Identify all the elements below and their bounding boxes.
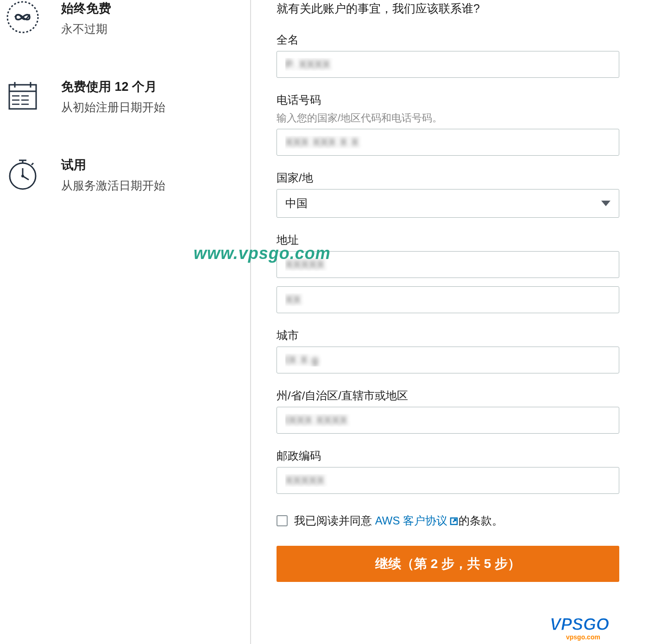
city-label: 城市 [277, 328, 619, 343]
address-line1-input[interactable] [277, 251, 619, 278]
agreement-checkbox[interactable] [277, 515, 288, 526]
phone-hint: 输入您的国家/地区代码和电话号码。 [277, 111, 619, 125]
continue-button[interactable]: 继续（第 2 步，共 5 步） [277, 546, 619, 582]
feature-trial: 试用 从服务激活日期开始 [6, 157, 250, 193]
state-label: 州/省/自治区/直辖市或地区 [277, 388, 619, 403]
chevron-down-icon [601, 201, 610, 206]
feature-title: 始终免费 [61, 0, 111, 17]
country-label: 国家/地 [277, 170, 619, 185]
feature-desc: 从服务激活日期开始 [61, 178, 165, 193]
city-input[interactable] [277, 347, 619, 373]
feature-title: 免费使用 12 个月 [61, 78, 165, 95]
infinity-icon [6, 0, 40, 34]
stopwatch-icon [6, 157, 40, 191]
feature-always-free: 始终免费 永不过期 [6, 0, 250, 37]
country-select[interactable]: 中国 [277, 189, 619, 218]
address-line2-input[interactable] [277, 286, 619, 313]
svg-line-14 [31, 163, 33, 165]
feature-desc: 从初始注册日期开始 [61, 100, 165, 115]
fullname-label: 全名 [277, 32, 619, 47]
postal-label: 邮政编码 [277, 448, 619, 463]
calendar-icon [6, 78, 40, 113]
external-link-icon [449, 517, 459, 526]
feature-desc: 永不过期 [61, 21, 111, 37]
feature-title: 试用 [61, 157, 165, 173]
state-input[interactable] [277, 407, 619, 434]
country-value: 中国 [285, 196, 308, 211]
phone-input[interactable] [277, 129, 619, 156]
address-label: 地址 [277, 233, 619, 247]
form-header: 就有关此账户的事宜，我们应该联系谁? [277, 0, 619, 18]
svg-rect-1 [9, 85, 36, 109]
agreement-label: 我已阅读并同意 AWS 客户协议的条款。 [294, 513, 503, 528]
phone-label: 电话号码 [277, 93, 619, 107]
fullname-input[interactable] [277, 51, 619, 78]
svg-point-17 [21, 175, 24, 177]
postal-input[interactable] [277, 467, 619, 494]
feature-12-months: 免费使用 12 个月 从初始注册日期开始 [6, 78, 250, 115]
agreement-link[interactable]: AWS 客户协议 [375, 514, 459, 527]
